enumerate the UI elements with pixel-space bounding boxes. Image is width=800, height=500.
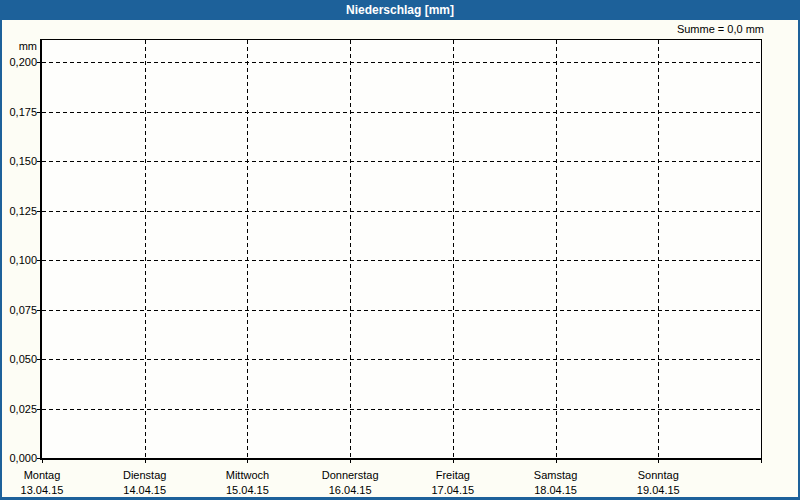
x-tick-mark (350, 460, 351, 463)
x-tick-mark (453, 460, 454, 463)
y-axis-unit-label: mm (0, 40, 37, 52)
x-tick-mark (761, 460, 762, 463)
y-tick-mark (37, 310, 40, 311)
x-day-name-label: Freitag (398, 469, 508, 482)
sum-annotation: Summe = 0,0 mm (677, 23, 764, 35)
y-tick-mark (37, 62, 40, 63)
y-tick-mark (37, 260, 40, 261)
y-tick-label: 0,075 (0, 304, 37, 316)
y-tick-label: 0,150 (0, 155, 37, 167)
chart-plot-area (40, 39, 762, 460)
x-day-date-label: 18.04.15 (501, 484, 611, 497)
x-gridline (247, 40, 248, 458)
x-day-date-label: 13.04.15 (0, 484, 97, 497)
x-day-date-label: 19.04.15 (603, 484, 713, 497)
y-tick-label: 0,025 (0, 403, 37, 415)
window-titlebar: Niederschlag [mm] (0, 0, 800, 20)
y-tick-mark (37, 112, 40, 113)
x-tick-mark (145, 460, 146, 463)
y-tick-mark (37, 359, 40, 360)
page-title: Niederschlag [mm] (346, 3, 454, 17)
y-tick-mark (37, 161, 40, 162)
y-tick-label: 0,200 (0, 56, 37, 68)
y-tick-mark (37, 458, 40, 459)
x-gridline (350, 40, 351, 458)
x-day-name-label: Sonntag (603, 469, 713, 482)
y-gridline (42, 260, 761, 261)
x-gridline (145, 40, 146, 458)
x-day-name-label: Mittwoch (192, 469, 302, 482)
y-tick-label: 0,125 (0, 205, 37, 217)
y-gridline (42, 211, 761, 212)
y-gridline (42, 161, 761, 162)
x-tick-mark (658, 460, 659, 463)
x-day-name-label: Dienstag (90, 469, 200, 482)
y-tick-label: 0,000 (0, 452, 37, 464)
x-day-date-label: 17.04.15 (398, 484, 508, 497)
x-gridline (658, 40, 659, 458)
x-day-name-label: Samstag (501, 469, 611, 482)
x-day-date-label: 15.04.15 (192, 484, 302, 497)
y-gridline (42, 359, 761, 360)
x-gridline (556, 40, 557, 458)
x-day-name-label: Montag (0, 469, 97, 482)
x-day-date-label: 16.04.15 (295, 484, 405, 497)
y-tick-label: 0,100 (0, 254, 37, 266)
y-gridline (42, 112, 761, 113)
y-tick-mark (37, 409, 40, 410)
y-gridline (42, 62, 761, 63)
y-tick-label: 0,050 (0, 353, 37, 365)
y-gridline (42, 310, 761, 311)
x-day-date-label: 14.04.15 (90, 484, 200, 497)
x-tick-mark (42, 460, 43, 463)
y-gridline (42, 409, 761, 410)
x-day-name-label: Donnerstag (295, 469, 405, 482)
x-tick-mark (556, 460, 557, 463)
x-tick-mark (247, 460, 248, 463)
x-gridline (453, 40, 454, 458)
y-tick-mark (37, 211, 40, 212)
y-tick-label: 0,175 (0, 106, 37, 118)
